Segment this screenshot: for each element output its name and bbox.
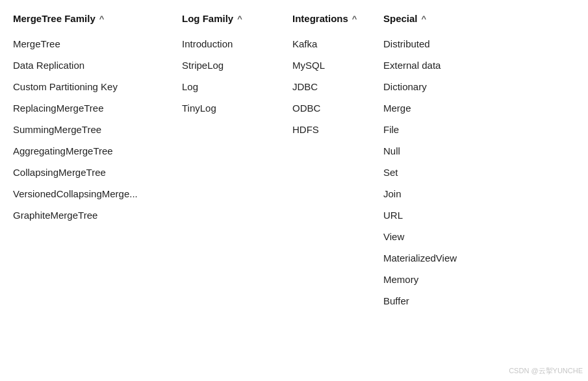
column-header-label-integrations: Integrations — [292, 13, 348, 24]
menu-container: MergeTree Family ^MergeTreeData Replicat… — [0, 0, 588, 318]
menu-item-buffer[interactable]: Buffer — [383, 290, 500, 312]
column-log: Log Family ^IntroductionStripeLogLogTiny… — [175, 6, 286, 312]
menu-item-set[interactable]: Set — [383, 162, 500, 183]
menu-item-graphitemergetree[interactable]: GraphiteMergeTree — [13, 204, 169, 226]
column-integrations: Integrations ^KafkaMySQLJDBCODBCHDFS — [286, 6, 377, 312]
menu-item-url[interactable]: URL — [383, 204, 500, 226]
menu-item-versionedcollapsingmerge[interactable]: VersionedCollapsingMerge... — [13, 183, 169, 204]
menu-item-tinylog[interactable]: TinyLog — [182, 97, 279, 119]
menu-item-memory[interactable]: Memory — [383, 269, 500, 290]
column-header-special[interactable]: Special ^ — [383, 6, 500, 33]
menu-item-jdbc[interactable]: JDBC — [292, 76, 370, 97]
menu-item-view[interactable]: View — [383, 226, 500, 247]
menu-item-stripelog[interactable]: StripeLog — [182, 55, 279, 76]
menu-item-summingmergetree[interactable]: SummingMergeTree — [13, 119, 169, 140]
column-header-arrow-mergetree: ^ — [99, 14, 105, 23]
menu-item-data-replication[interactable]: Data Replication — [13, 55, 169, 76]
menu-item-mysql[interactable]: MySQL — [292, 55, 370, 76]
column-header-arrow-log: ^ — [237, 14, 242, 23]
menu-item-custom-partitioning-key[interactable]: Custom Partitioning Key — [13, 76, 169, 97]
menu-item-hdfs[interactable]: HDFS — [292, 119, 370, 140]
column-header-label-special: Special — [383, 13, 418, 24]
menu-item-kafka[interactable]: Kafka — [292, 33, 370, 55]
column-special: Special ^DistributedExternal dataDiction… — [377, 6, 507, 312]
column-header-arrow-integrations: ^ — [352, 14, 357, 23]
column-header-label-log: Log Family — [182, 13, 233, 24]
column-mergetree: MergeTree Family ^MergeTreeData Replicat… — [6, 6, 175, 312]
menu-item-merge[interactable]: Merge — [383, 97, 500, 119]
column-header-label-mergetree: MergeTree Family — [13, 13, 96, 24]
menu-item-distributed[interactable]: Distributed — [383, 33, 500, 55]
menu-item-external-data[interactable]: External data — [383, 55, 500, 76]
menu-item-file[interactable]: File — [383, 119, 500, 140]
menu-item-collapsingmergetree[interactable]: CollapsingMergeTree — [13, 162, 169, 183]
column-header-mergetree[interactable]: MergeTree Family ^ — [13, 6, 169, 33]
menu-item-replacingmergetree[interactable]: ReplacingMergeTree — [13, 97, 169, 119]
menu-item-materializedview[interactable]: MaterializedView — [383, 247, 500, 269]
column-header-integrations[interactable]: Integrations ^ — [292, 6, 370, 33]
menu-item-log[interactable]: Log — [182, 76, 279, 97]
menu-item-introduction[interactable]: Introduction — [182, 33, 279, 55]
menu-item-aggregatingmergetree[interactable]: AggregatingMergeTree — [13, 140, 169, 162]
column-header-arrow-special: ^ — [422, 14, 427, 23]
menu-item-null[interactable]: Null — [383, 140, 500, 162]
menu-item-odbc[interactable]: ODBC — [292, 97, 370, 119]
menu-item-dictionary[interactable]: Dictionary — [383, 76, 500, 97]
watermark-label: CSDN @云掣YUNCHE — [509, 366, 583, 376]
column-header-log[interactable]: Log Family ^ — [182, 6, 279, 33]
menu-item-join[interactable]: Join — [383, 183, 500, 204]
menu-item-mergetree[interactable]: MergeTree — [13, 33, 169, 55]
